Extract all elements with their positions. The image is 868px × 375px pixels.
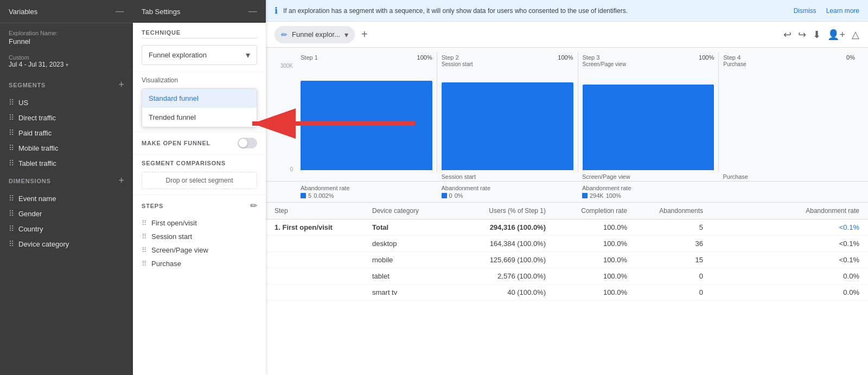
- step3-bar-container: [583, 70, 714, 172]
- table-row-smart-tv[interactable]: smart tv 40 (100.0%) 100.0% 0 0.0%: [266, 285, 868, 301]
- cell-completion-mobile: 100.0%: [557, 256, 638, 264]
- dimension-item-device-category[interactable]: ⠿ Device category: [0, 236, 133, 251]
- redo-icon[interactable]: ↪: [798, 29, 806, 41]
- col-header-device: Device category: [372, 207, 459, 215]
- steps-header: STEPS ✏: [142, 201, 257, 211]
- table-row-mobile[interactable]: mobile 125,669 (100.0%) 100.0% 15 <0.1%: [266, 252, 868, 268]
- abandonment-data-1: 5 0.002%: [301, 192, 433, 199]
- abandonment-pct-3: 100%: [606, 192, 621, 199]
- cell-abandonment-rate-total: <0.1%: [714, 223, 859, 231]
- cell-abandonments-tablet: 0: [638, 272, 714, 280]
- segment-comparisons-section: SEGMENT COMPARISONS Drop or select segme…: [133, 154, 266, 195]
- cell-device-tablet: tablet: [372, 272, 459, 280]
- variables-panel: Variables — Exploration Name: Funnel Cus…: [0, 0, 133, 375]
- segment-item-direct-traffic[interactable]: ⠿ Direct traffic: [0, 110, 133, 125]
- table-row-tablet[interactable]: tablet 2,576 (100.0%) 100.0% 0 0.0%: [266, 268, 868, 285]
- info-icon: ℹ: [275, 5, 278, 16]
- viz-option-trended-funnel[interactable]: Trended funnel: [142, 108, 257, 127]
- segment-item-paid-traffic[interactable]: ⠿ Paid traffic: [0, 125, 133, 140]
- abandonment-count-1: 5: [308, 192, 311, 199]
- tab-label: Funnel explor...: [292, 30, 340, 38]
- add-tab-button[interactable]: +: [361, 28, 368, 41]
- col-header-abandonment-rate: Abandonment rate: [714, 207, 859, 215]
- table-row-desktop[interactable]: desktop 164,384 (100.0%) 100.0% 36 <0.1%: [266, 236, 868, 252]
- add-dimension-button[interactable]: +: [118, 175, 124, 186]
- drag-handle-icon: ⠿: [9, 240, 14, 248]
- cell-abandonment-rate-desktop: <0.1%: [714, 240, 859, 248]
- step3-name: Step 3Screen/Page view: [583, 54, 627, 67]
- funnel-chart: 300K 150K 0 Step 1 100%: [266, 48, 868, 172]
- segments-list: ⠿ US ⠿ Direct traffic ⠿ Paid traffic ⠿ M…: [0, 95, 133, 171]
- segment-item-us[interactable]: ⠿ US: [0, 95, 133, 110]
- cell-users-mobile: 125,669 (100.0%): [459, 256, 557, 264]
- technique-dropdown[interactable]: Funnel exploration ▾: [142, 45, 257, 65]
- step-item-screen-page-view[interactable]: ⠿ Screen/Page view: [142, 243, 257, 257]
- dismiss-button[interactable]: Dismiss: [794, 7, 816, 15]
- segment-comparisons-label: SEGMENT COMPARISONS: [142, 160, 257, 166]
- dimensions-section-header: DIMENSIONS +: [0, 171, 133, 191]
- segments-label: SEGMENTS: [9, 82, 46, 88]
- technique-dropdown-value: Funnel exploration: [149, 51, 207, 59]
- step4-bar-container: [723, 70, 855, 172]
- edit-icon[interactable]: ✏: [250, 201, 257, 211]
- undo-icon[interactable]: ↩: [783, 29, 792, 41]
- warning-icon[interactable]: △: [852, 29, 859, 41]
- funnel-steps: Step 1 100% Step 2Session start 100%: [296, 52, 859, 172]
- step1-bar-container: [301, 64, 432, 172]
- tab-settings-header: Tab Settings —: [133, 0, 266, 23]
- y-label-0: 0: [290, 166, 293, 172]
- segment-item-tablet-traffic[interactable]: ⠿ Tablet traffic: [0, 156, 133, 171]
- date-value[interactable]: Jul 4 - Jul 31, 2023 ▾: [9, 61, 124, 68]
- tab-settings-title: Tab Settings: [142, 8, 181, 16]
- cell-abandonment-rate-tablet: 0.0%: [714, 272, 859, 280]
- table-row-total[interactable]: 1. First open/visit Total 294,316 (100.0…: [266, 219, 868, 236]
- dimension-item-event-name[interactable]: ⠿ Event name: [0, 191, 133, 206]
- funnel-step-1: Step 1 100%: [296, 52, 437, 172]
- chevron-down-icon: ▾: [246, 50, 250, 60]
- cell-users-smart-tv: 40 (100.0%): [459, 288, 557, 296]
- date-range[interactable]: Custom Jul 4 - Jul 31, 2023 ▾: [0, 52, 133, 75]
- segment-item-mobile-traffic[interactable]: ⠿ Mobile traffic: [0, 140, 133, 156]
- add-segment-button[interactable]: +: [118, 79, 124, 90]
- y-axis: 300K 150K 0: [275, 52, 296, 172]
- dimensions-label: DIMENSIONS: [9, 178, 51, 184]
- minimize-icon[interactable]: —: [116, 7, 124, 16]
- cell-abandonments-desktop: 36: [638, 240, 714, 248]
- abandonment-pct-2: 0%: [455, 192, 463, 199]
- cell-users-tablet: 2,576 (100.0%): [459, 272, 557, 280]
- abandonment-col-2: Abandonment rate 0 0%: [437, 185, 578, 199]
- visualization-dropdown: Standard funnel Trended funnel: [142, 88, 257, 127]
- steps-label: STEPS: [142, 203, 163, 209]
- make-open-funnel-toggle[interactable]: [238, 138, 257, 148]
- funnel-exploration-tab[interactable]: ✏ Funnel explor... ▾: [275, 26, 355, 43]
- share-icon[interactable]: 👤+: [827, 29, 845, 41]
- step-item-first-open[interactable]: ⠿ First open/visit: [142, 216, 257, 230]
- download-icon[interactable]: ⬇: [813, 29, 821, 41]
- step-labels-row: Session start Screen/Page view Purchase: [266, 172, 868, 182]
- cell-step-1: 1. First open/visit: [275, 223, 372, 231]
- drag-handle-icon: ⠿: [142, 219, 147, 227]
- dimension-item-country[interactable]: ⠿ Country: [0, 221, 133, 236]
- abandonment-square-1: [301, 193, 306, 198]
- step2-bar-container: [442, 70, 573, 172]
- exploration-name-value: Funnel: [0, 37, 133, 52]
- technique-label: TECHNIQUE: [142, 29, 257, 38]
- cell-device-mobile: mobile: [372, 256, 459, 264]
- step2-header: Step 2Session start 100%: [442, 52, 573, 70]
- viz-option-standard-funnel[interactable]: Standard funnel: [142, 89, 257, 108]
- abandonment-pct-1: 0.002%: [314, 192, 334, 199]
- drop-segment-button[interactable]: Drop or select segment: [142, 172, 257, 189]
- close-icon[interactable]: —: [248, 7, 257, 16]
- cell-users-total: 294,316 (100.0%): [459, 223, 557, 231]
- date-label: Custom: [9, 54, 124, 61]
- cell-abandonments-total: 5: [638, 223, 714, 231]
- step-item-purchase[interactable]: ⠿ Purchase: [142, 257, 257, 270]
- step1-pct: 100%: [417, 54, 432, 61]
- learn-more-button[interactable]: Learn more: [826, 7, 859, 15]
- step-item-session-start[interactable]: ⠿ Session start: [142, 230, 257, 243]
- abandonment-data-2: 0 0%: [442, 192, 574, 199]
- segments-section-header: SEGMENTS +: [0, 75, 133, 95]
- drag-handle-icon: ⠿: [9, 144, 14, 152]
- dimension-item-gender[interactable]: ⠿ Gender: [0, 206, 133, 221]
- col-header-abandonments: Abandonments: [638, 207, 714, 215]
